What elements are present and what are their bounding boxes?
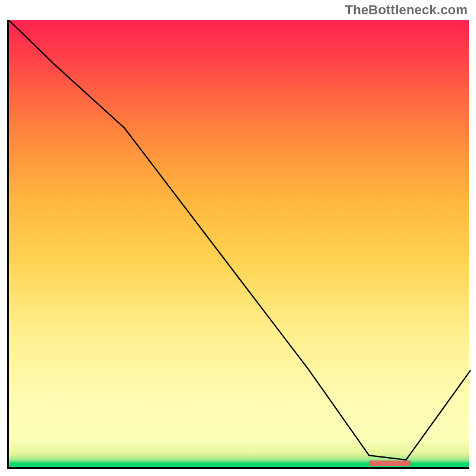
bottleneck-curve (9, 20, 471, 469)
optimal-marker (369, 461, 411, 466)
watermark-text: TheBottleneck.com (345, 2, 468, 18)
chart-container: TheBottleneck.com (0, 0, 476, 476)
plot-area (7, 20, 469, 469)
